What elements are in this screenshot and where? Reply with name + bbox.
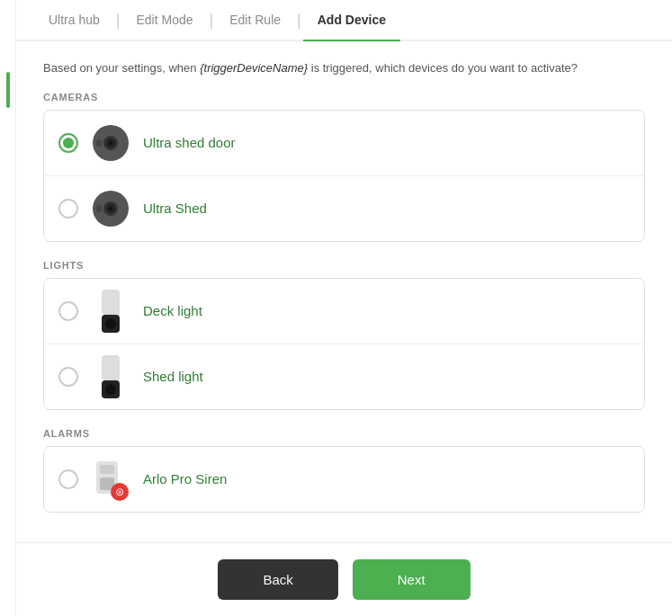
- list-item[interactable]: Shed light: [44, 344, 644, 409]
- list-item[interactable]: Ultra shed door: [44, 111, 644, 176]
- tab-edit-rule[interactable]: Edit Rule: [215, 0, 295, 40]
- svg-rect-4: [96, 139, 102, 147]
- alarms-list: ⦾ Arlo Pro Siren: [43, 446, 645, 513]
- tab-edit-mode[interactable]: Edit Mode: [122, 0, 208, 40]
- list-item[interactable]: Deck light: [44, 279, 644, 344]
- cameras-list: Ultra shed door Ultra Shed: [43, 110, 645, 242]
- camera-icon-ultra-shed: [91, 189, 130, 228]
- svg-point-15: [105, 384, 116, 395]
- lights-list: Deck light Shed light: [43, 278, 645, 410]
- tab-divider-2: |: [208, 11, 216, 30]
- camera-outdoor-svg: [91, 123, 130, 163]
- next-button[interactable]: Next: [353, 559, 470, 600]
- lights-section: LIGHTS Deck light: [43, 260, 645, 410]
- alarms-label: Alarms: [43, 428, 645, 439]
- siren-svg: ⦾: [91, 458, 130, 501]
- siren-icon-arlo: ⦾: [91, 460, 130, 499]
- tab-add-device[interactable]: Add Device: [303, 0, 400, 40]
- svg-rect-17: [100, 465, 114, 474]
- radio-ultra-shed-door[interactable]: [58, 133, 78, 153]
- svg-point-3: [109, 141, 112, 145]
- device-name-arlo-pro-siren: Arlo Pro Siren: [143, 471, 227, 487]
- device-name-ultra-shed: Ultra Shed: [143, 201, 207, 216]
- device-name-ultra-shed-door: Ultra shed door: [143, 135, 236, 150]
- lights-label: LIGHTS: [43, 260, 645, 271]
- tab-divider-3: |: [295, 11, 303, 30]
- light-svg-shed: [95, 355, 126, 398]
- trigger-var: {triggerDeviceName}: [200, 61, 308, 75]
- light-svg-deck: [95, 290, 126, 333]
- tab-divider-1: |: [114, 11, 122, 30]
- page-description: Based on your settings, when {triggerDev…: [43, 59, 645, 77]
- cameras-label: CAMERAS: [43, 92, 645, 103]
- main-content: Ultra hub | Edit Mode | Edit Rule | Add …: [16, 0, 672, 616]
- sidebar-active-indicator: [6, 72, 10, 108]
- device-name-deck-light: Deck light: [143, 303, 202, 318]
- radio-arlo-pro-siren[interactable]: [58, 469, 78, 489]
- radio-deck-light[interactable]: [58, 301, 78, 321]
- tab-navigation: Ultra hub | Edit Mode | Edit Rule | Add …: [16, 0, 672, 41]
- back-button[interactable]: Back: [218, 559, 337, 600]
- svg-point-12: [105, 318, 116, 329]
- svg-text:⦾: ⦾: [116, 487, 124, 497]
- alarms-section: Alarms ⦾: [43, 428, 645, 513]
- svg-point-8: [109, 207, 112, 210]
- camera-icon-ultra-shed-door: [91, 123, 130, 163]
- list-item[interactable]: ⦾ Arlo Pro Siren: [44, 447, 644, 512]
- radio-shed-light[interactable]: [58, 367, 78, 387]
- sidebar: [0, 0, 16, 616]
- light-icon-deck: [91, 291, 130, 331]
- radio-ultra-shed[interactable]: [58, 199, 78, 219]
- svg-rect-9: [96, 205, 102, 212]
- page-body: Based on your settings, when {triggerDev…: [16, 41, 672, 542]
- light-icon-shed: [91, 357, 130, 397]
- list-item[interactable]: Ultra Shed: [44, 176, 644, 241]
- svg-rect-13: [102, 355, 120, 380]
- tab-ultra-hub[interactable]: Ultra hub: [34, 0, 114, 40]
- footer-buttons: Back Next: [16, 542, 672, 616]
- device-name-shed-light: Shed light: [143, 369, 203, 384]
- camera-outdoor-svg-2: [91, 189, 130, 228]
- svg-rect-10: [102, 290, 120, 315]
- cameras-section: CAMERAS Ultra shed door: [43, 92, 645, 242]
